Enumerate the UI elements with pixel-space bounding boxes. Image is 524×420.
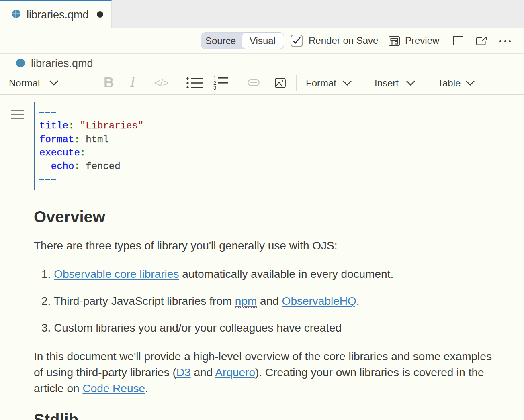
svg-text:3: 3 (213, 85, 216, 90)
